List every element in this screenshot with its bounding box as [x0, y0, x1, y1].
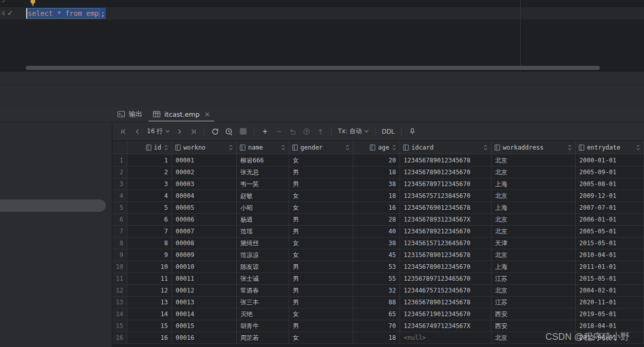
cell-id[interactable]: 1: [127, 155, 172, 166]
cell-workaddress[interactable]: 北京: [491, 285, 576, 296]
cell-workno[interactable]: 00007: [172, 226, 237, 237]
cell-age[interactable]: 88: [353, 297, 400, 308]
cell-id[interactable]: 9: [127, 249, 172, 261]
sql-editor[interactable]: 3 4 ✓ select * from emp;: [0, 0, 644, 71]
cell-entrydate[interactable]: 2019-05-01: [576, 308, 644, 320]
cell-idcard[interactable]: 12345674971234567X: [400, 320, 491, 332]
row-number-cell[interactable]: 15: [112, 320, 127, 332]
page-size-dropdown[interactable]: 16 行: [147, 127, 170, 136]
row-number-cell[interactable]: 6: [112, 214, 127, 225]
cell-age[interactable]: 45: [353, 249, 400, 261]
cell-entrydate[interactable]: 2015-05-01: [576, 273, 644, 284]
cell-entrydate[interactable]: 2000-01-01: [576, 155, 644, 166]
cell-workaddress[interactable]: 西安: [491, 308, 576, 320]
commit-button[interactable]: [316, 127, 325, 136]
row-number-cell[interactable]: 11: [112, 273, 127, 284]
cell-name[interactable]: 赵敏: [237, 190, 289, 202]
cell-workaddress[interactable]: 江苏: [491, 273, 576, 284]
table-row[interactable]: 5500005小昭女16123456769012345678上海2007-07-…: [112, 202, 644, 214]
column-header-age[interactable]: age: [353, 141, 400, 154]
table-row[interactable]: 131300013张三丰男88123656789012345678江苏2020-…: [112, 297, 644, 308]
row-number-cell[interactable]: 13: [112, 297, 127, 308]
row-number-cell[interactable]: 1: [112, 155, 127, 166]
cell-age[interactable]: 70: [353, 320, 400, 332]
cell-age[interactable]: 20: [353, 155, 400, 166]
table-row[interactable]: 7700007范瑶男40123456789212345670北京2005-05-…: [112, 226, 644, 238]
row-number-cell[interactable]: 4: [112, 190, 127, 202]
cell-workno[interactable]: 00001: [172, 155, 237, 166]
cell-idcard[interactable]: 123456757123845670: [400, 190, 491, 202]
table-row[interactable]: 3300003韦一笑男38123456789712345670上海2005-08…: [112, 178, 644, 190]
cell-workaddress[interactable]: 北京: [491, 249, 576, 261]
cell-workaddress[interactable]: 北京: [491, 155, 576, 166]
cell-workno[interactable]: 00012: [172, 285, 237, 296]
cell-workaddress[interactable]: 西安: [491, 320, 576, 332]
column-header-idcard[interactable]: idcard: [400, 141, 491, 154]
cell-idcard[interactable]: 123456789012345670: [400, 261, 491, 272]
cell-age[interactable]: 32: [353, 285, 400, 296]
column-header-id[interactable]: id: [127, 141, 172, 154]
cell-entrydate[interactable]: 2020-11-01: [576, 297, 644, 308]
cell-gender[interactable]: 女: [289, 190, 353, 202]
cell-idcard[interactable]: 123456789012345678: [400, 155, 491, 166]
row-number-cell[interactable]: 9: [112, 249, 127, 261]
cell-age[interactable]: 16: [353, 202, 400, 213]
cell-name[interactable]: 韦一笑: [237, 178, 289, 190]
previous-page-button[interactable]: [133, 127, 142, 136]
sql-selection[interactable]: select * from emp;: [26, 8, 106, 19]
cell-entrydate[interactable]: 2006-01-01: [576, 214, 644, 225]
cell-name[interactable]: 灭绝: [237, 308, 289, 320]
row-number-cell[interactable]: 8: [112, 238, 127, 249]
cell-gender[interactable]: 女: [289, 238, 353, 249]
table-row[interactable]: 8800008黛绮丝女38123456157123645670天津2015-05…: [112, 238, 644, 249]
cell-name[interactable]: 张士诚: [237, 273, 289, 284]
table-row[interactable]: 2200002张无忌男18123456789012345670北京2005-09…: [112, 167, 644, 178]
cell-entrydate[interactable]: 2005-08-01: [576, 178, 644, 190]
cell-name[interactable]: 杨逍: [237, 214, 289, 225]
cell-gender[interactable]: 男: [289, 285, 353, 296]
cell-workno[interactable]: 00013: [172, 297, 237, 308]
cell-name[interactable]: 张三丰: [237, 297, 289, 308]
cell-name[interactable]: 胡青牛: [237, 320, 289, 332]
cell-workaddress[interactable]: 江苏: [491, 297, 576, 308]
cell-idcard[interactable]: 123567897123465670: [400, 273, 491, 284]
cell-idcard[interactable]: 123456769012345678: [400, 202, 491, 213]
row-number-cell[interactable]: 12: [112, 285, 127, 296]
cell-id[interactable]: 2: [127, 167, 172, 178]
cell-idcard[interactable]: 123446757152345670: [400, 285, 491, 296]
column-header-gender[interactable]: gender: [289, 141, 353, 154]
cell-id[interactable]: 10: [127, 261, 172, 272]
cell-age[interactable]: 28: [353, 214, 400, 225]
cell-workno[interactable]: 00009: [172, 249, 237, 261]
cell-idcard[interactable]: 123456789012345670: [400, 167, 491, 178]
cell-idcard[interactable]: 123456719012345670: [400, 308, 491, 320]
cell-entrydate[interactable]: 2009-12-01: [576, 190, 644, 202]
cell-workno[interactable]: 00016: [172, 332, 237, 343]
cell-workaddress[interactable]: 天津: [491, 238, 576, 249]
cell-idcard[interactable]: 123456157123645670: [400, 238, 491, 249]
cell-idcard[interactable]: 123656789012345678: [400, 297, 491, 308]
cell-entrydate[interactable]: 2018-04-01: [576, 320, 644, 332]
cell-name[interactable]: 陈友谅: [237, 261, 289, 272]
cell-entrydate[interactable]: 2005-05-01: [576, 226, 644, 237]
cell-workno[interactable]: 00015: [172, 320, 237, 332]
cell-entrydate[interactable]: 2005-09-01: [576, 167, 644, 178]
cell-workaddress[interactable]: 北京: [491, 214, 576, 225]
cell-id[interactable]: 6: [127, 214, 172, 225]
cell-workno[interactable]: 00005: [172, 202, 237, 213]
tab-itcast-emp[interactable]: itcast.emp ×: [147, 106, 215, 122]
cell-age[interactable]: 40: [353, 226, 400, 237]
table-row[interactable]: 111100011张士诚男55123567897123465670江苏2015-…: [112, 273, 644, 285]
ddl-button[interactable]: DDL: [382, 128, 394, 135]
cell-entrydate[interactable]: 2011-01-01: [576, 261, 644, 272]
cell-id[interactable]: 13: [127, 297, 172, 308]
cell-name[interactable]: 范瑶: [237, 226, 289, 237]
row-number-cell[interactable]: 10: [112, 261, 127, 272]
cell-name[interactable]: 黛绮丝: [237, 238, 289, 249]
cell-id[interactable]: 11: [127, 273, 172, 284]
row-number-cell[interactable]: 5: [112, 202, 127, 213]
stop-button[interactable]: [238, 127, 248, 136]
cell-gender[interactable]: 男: [289, 297, 353, 308]
cell-id[interactable]: 5: [127, 202, 172, 213]
cell-workno[interactable]: 00010: [172, 261, 237, 272]
